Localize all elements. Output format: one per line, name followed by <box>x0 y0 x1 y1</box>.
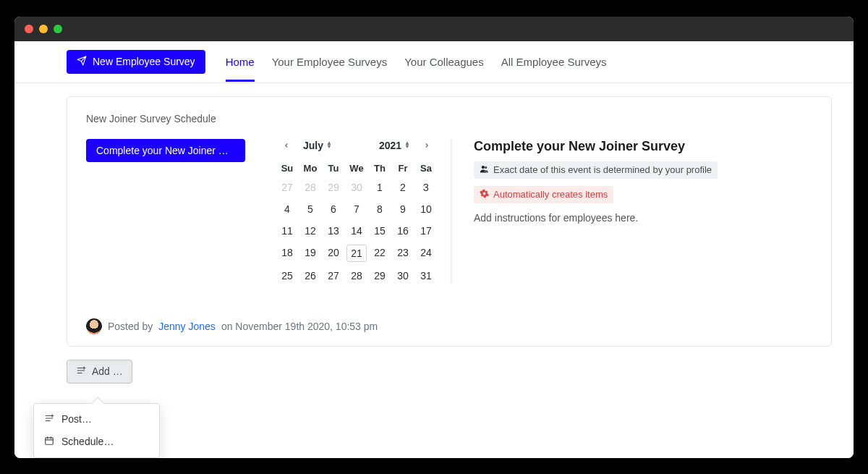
calendar-day[interactable]: 20 <box>323 245 344 262</box>
calendar-day[interactable]: 7 <box>346 201 367 217</box>
complete-survey-button[interactable]: Complete your New Joiner Su… <box>86 139 245 162</box>
calendar: July ▲▼ 2021 ▲▼ SuMoTuWeThFrSa2728293012… <box>267 139 452 284</box>
calendar-dow: Sa <box>416 163 436 174</box>
calendar-day[interactable]: 25 <box>277 268 297 284</box>
calendar-day[interactable]: 9 <box>393 201 413 217</box>
calendar-day[interactable]: 17 <box>416 223 436 239</box>
calendar-dow: Mo <box>300 163 320 174</box>
tab-all-employee-surveys[interactable]: All Employee Surveys <box>501 50 607 82</box>
top-nav: New Employee Survey HomeYour Employee Su… <box>14 41 854 83</box>
calendar-day[interactable]: 13 <box>323 223 344 239</box>
calendar-icon <box>44 436 54 448</box>
calendar-dow: Su <box>277 163 297 174</box>
add-button-label: Add … <box>92 365 123 377</box>
event-body: Add instructions for employees here. <box>474 212 812 224</box>
window-titlebar <box>14 17 854 41</box>
calendar-day[interactable]: 14 <box>346 223 367 239</box>
window-close-button[interactable] <box>25 25 33 33</box>
post-icon <box>44 413 54 426</box>
badge-label: Automatically creates items <box>493 189 608 200</box>
auto-create-badge: Automatically creates items <box>474 186 613 203</box>
content: New Employee Survey HomeYour Employee Su… <box>14 41 854 458</box>
calendar-next-button[interactable] <box>420 139 433 153</box>
calendar-dow: Th <box>370 163 390 174</box>
calendar-day[interactable]: 8 <box>370 201 390 217</box>
schedule-card: New Joiner Survey Schedule Complete your… <box>67 96 832 347</box>
calendar-dow: Fr <box>393 163 413 174</box>
avatar <box>86 318 102 334</box>
posted-prefix: Posted by <box>108 321 153 332</box>
add-button[interactable]: Add … <box>67 360 132 384</box>
calendar-day[interactable]: 10 <box>416 201 436 217</box>
paper-plane-icon <box>77 56 87 68</box>
calendar-day[interactable]: 26 <box>300 268 320 284</box>
card-title: New Joiner Survey Schedule <box>86 113 812 124</box>
calendar-day[interactable]: 30 <box>393 268 413 284</box>
calendar-day[interactable]: 28 <box>346 268 367 284</box>
app-window: New Employee Survey HomeYour Employee Su… <box>14 17 854 458</box>
svg-point-0 <box>482 165 485 168</box>
svg-rect-12 <box>46 437 54 444</box>
calendar-day[interactable]: 30 <box>346 179 367 195</box>
tab-your-employee-surveys[interactable]: Your Employee Surveys <box>272 50 388 82</box>
add-popover: Post… Schedule… <box>33 403 160 458</box>
posted-author-link[interactable]: Jenny Jones <box>158 321 216 332</box>
new-survey-label: New Employee Survey <box>93 56 195 67</box>
popover-schedule-item[interactable]: Schedule… <box>34 431 159 453</box>
calendar-day[interactable]: 5 <box>300 201 320 217</box>
calendar-day[interactable]: 19 <box>300 245 320 262</box>
card-body: Complete your New Joiner Su… July ▲▼ <box>86 139 812 284</box>
event-badges: Exact date of this event is determined b… <box>474 161 812 203</box>
calendar-day[interactable]: 29 <box>370 268 390 284</box>
calendar-dow: We <box>346 163 367 174</box>
calendar-grid: SuMoTuWeThFrSa27282930123456789101112131… <box>277 163 436 284</box>
calendar-year-select[interactable]: 2021 ▲▼ <box>379 140 410 151</box>
svg-point-1 <box>485 166 487 168</box>
popover-post-item[interactable]: Post… <box>34 408 159 431</box>
gear-icon <box>480 189 489 200</box>
calendar-day[interactable]: 4 <box>277 201 297 217</box>
calendar-day[interactable]: 29 <box>323 179 344 195</box>
calendar-day[interactable]: 22 <box>370 245 390 262</box>
profile-date-badge: Exact date of this event is determined b… <box>474 161 718 179</box>
new-employee-survey-button[interactable]: New Employee Survey <box>67 50 205 74</box>
calendar-year-label: 2021 <box>379 140 401 151</box>
event-detail: Complete your New Joiner Survey Exact da… <box>474 139 812 284</box>
add-list-icon <box>76 365 86 378</box>
user-icon <box>480 164 489 176</box>
calendar-day[interactable]: 2 <box>393 179 413 195</box>
sort-icon: ▲▼ <box>404 142 410 149</box>
calendar-day[interactable]: 21 <box>346 245 367 262</box>
sort-icon: ▲▼ <box>326 142 332 149</box>
popover-post-label: Post… <box>61 413 92 425</box>
window-minimize-button[interactable] <box>39 25 48 33</box>
calendar-day[interactable]: 27 <box>277 179 297 195</box>
calendar-day[interactable]: 11 <box>277 223 297 239</box>
posted-by: Posted by Jenny Jones on November 19th 2… <box>86 318 812 334</box>
calendar-day[interactable]: 24 <box>416 245 436 262</box>
popover-schedule-label: Schedule… <box>61 436 114 447</box>
calendar-day[interactable]: 16 <box>393 223 413 239</box>
calendar-day[interactable]: 15 <box>370 223 390 239</box>
calendar-day[interactable]: 28 <box>300 179 320 195</box>
calendar-month-label: July <box>303 140 323 151</box>
event-list: Complete your New Joiner Su… <box>86 139 245 284</box>
calendar-day[interactable]: 23 <box>393 245 413 262</box>
badge-label: Exact date of this event is determined b… <box>493 164 712 175</box>
calendar-day[interactable]: 18 <box>277 245 297 262</box>
calendar-header: July ▲▼ 2021 ▲▼ <box>277 139 436 163</box>
tab-your-colleagues[interactable]: Your Colleagues <box>404 50 484 82</box>
calendar-day[interactable]: 31 <box>416 268 436 284</box>
calendar-month-select[interactable]: July ▲▼ <box>303 140 332 151</box>
event-title: Complete your New Joiner Survey <box>474 139 812 154</box>
calendar-day[interactable]: 1 <box>370 179 390 195</box>
calendar-day[interactable]: 27 <box>323 268 344 284</box>
calendar-day[interactable]: 3 <box>416 179 436 195</box>
calendar-day[interactable]: 12 <box>300 223 320 239</box>
top-tabs: HomeYour Employee SurveysYour Colleagues… <box>226 50 607 82</box>
calendar-prev-button[interactable] <box>280 139 293 153</box>
window-maximize-button[interactable] <box>54 25 62 33</box>
tab-home[interactable]: Home <box>226 50 255 82</box>
posted-suffix: on November 19th 2020, 10:53 pm <box>221 321 378 332</box>
calendar-day[interactable]: 6 <box>323 201 344 217</box>
